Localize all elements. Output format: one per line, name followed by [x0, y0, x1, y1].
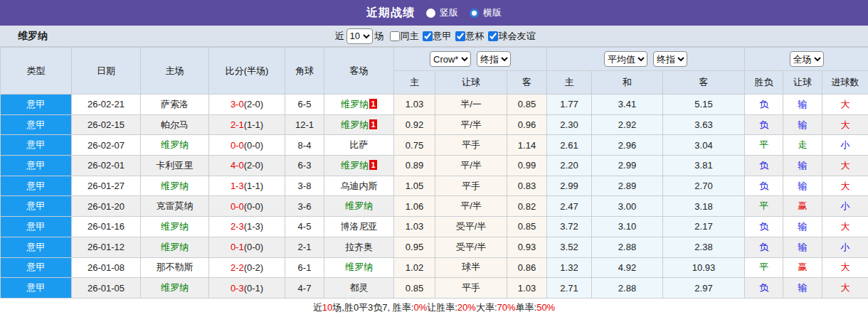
away-team-cell: 比萨 — [324, 135, 394, 156]
recent-results-panel: 近期战绩 竖版 横版 维罗纳 近 10 场 同主意甲意杯球会友谊 类型 — [0, 0, 868, 317]
outcome-value: 走 — [798, 139, 808, 150]
odds-away-cell: 1.03 — [507, 278, 547, 299]
avg-home-cell: 3.72 — [547, 217, 592, 237]
match-scope-select[interactable]: 全场 — [790, 51, 824, 67]
away-team-name: 维罗纳 — [341, 119, 369, 130]
avg-draw-cell: 4.92 — [592, 257, 663, 278]
avg-home-cell: 2.20 — [547, 156, 592, 176]
outcome-value: 赢 — [798, 200, 808, 211]
checkbox-icon[interactable] — [455, 31, 465, 41]
score-half: (1-3) — [244, 221, 263, 232]
avg-home-value: 1.32 — [560, 262, 578, 273]
home-team-cell: 维罗纳 — [141, 237, 209, 257]
radio-horizontal-layout[interactable]: 横版 — [470, 6, 502, 19]
odds-away-value: 0.85 — [518, 221, 536, 232]
date-label: 26-01-16 — [88, 221, 125, 232]
home-team-cell: 萨索洛 — [141, 95, 209, 115]
average-stage-select[interactable]: 终指 — [653, 51, 687, 67]
odds-handicap-value: 平/半 — [460, 160, 482, 171]
filter-checkbox-3[interactable]: 球会友谊 — [488, 30, 536, 43]
league-label: 意甲 — [27, 181, 46, 191]
away-team-name: 比萨 — [350, 139, 369, 150]
radio-unselected-icon[interactable] — [470, 9, 479, 18]
league-label: 意甲 — [27, 221, 46, 232]
outcome-handicap-cell: 输 — [783, 114, 822, 135]
radio-vertical-layout[interactable]: 竖版 — [426, 6, 458, 19]
score-half: (0-0) — [244, 201, 263, 212]
col-header-odds-handicap: 让球 — [435, 71, 507, 95]
odds-handicap-value: 平手 — [462, 282, 480, 293]
league-cell: 意甲 — [1, 257, 72, 278]
average-group-header: 平均值 终指 — [547, 48, 745, 71]
avg-home-value: 2.71 — [560, 283, 578, 294]
filter-controls: 近 10 场 同主意甲意杯球会友谊 — [333, 28, 536, 44]
odds-away-cell: 0.96 — [507, 114, 547, 135]
avg-away-cell: 3.04 — [663, 135, 745, 156]
outcome-value: 平 — [759, 200, 768, 211]
corners-value: 6-1 — [298, 262, 312, 273]
col-header-odds-home: 主 — [394, 71, 435, 95]
score-cell: 4-0(2-0) — [209, 156, 285, 176]
odds-handicap-value: 平手 — [462, 181, 480, 191]
odds-home-cell: 0.95 — [394, 237, 435, 257]
score-full: 3-0 — [231, 99, 244, 109]
odds-home-value: 0.89 — [406, 160, 423, 171]
odds-handicap-cell: 平手 — [435, 278, 507, 299]
checkbox-icon[interactable] — [390, 31, 400, 41]
outcome-value: 负 — [759, 99, 768, 109]
league-cell: 意甲 — [1, 278, 72, 299]
home-team-cell: 维罗纳 — [141, 135, 209, 156]
avg-draw-cell: 2.89 — [592, 176, 663, 196]
table-row: 意甲26-01-16维罗纳2-3(1-3)4-5博洛尼亚1.03受平/半0.85… — [1, 217, 868, 237]
corners-cell: 12-1 — [285, 114, 324, 135]
odds-home-cell: 1.03 — [394, 95, 435, 115]
filter-checkbox-2[interactable]: 意杯 — [455, 30, 485, 43]
filter-checkbox-0[interactable]: 同主 — [390, 30, 419, 43]
avg-away-value: 3.63 — [694, 119, 712, 130]
home-team-name: 维罗纳 — [161, 221, 189, 232]
checkbox-icon[interactable] — [423, 31, 433, 41]
summary-segment: 10 — [322, 302, 332, 313]
date-cell: 26-02-15 — [72, 114, 141, 135]
league-cell: 意甲 — [1, 196, 72, 217]
matches-count-select[interactable]: 10 — [346, 28, 373, 44]
score-full: 4-0 — [231, 160, 244, 171]
avg-away-value: 10.93 — [692, 262, 716, 273]
summary-footer: 近10场,胜0平3负7, 胜率:0% 让胜率:20% 大率:70% 单率:50% — [0, 299, 868, 317]
score-half: (2-0) — [244, 160, 263, 171]
away-team-cell: 博洛尼亚 — [324, 217, 394, 237]
average-select[interactable]: 平均值 — [604, 51, 647, 67]
league-label: 意甲 — [27, 119, 46, 130]
checkbox-label: 意甲 — [433, 30, 452, 43]
odds-handicap-cell: 平/半 — [435, 156, 507, 176]
summary-segment: 50% — [536, 302, 555, 313]
outcome-value: 平 — [759, 262, 768, 272]
odds-handicap-value: 半/一 — [460, 99, 482, 109]
summary-segment: 70% — [497, 302, 516, 313]
avg-home-cell: 2.47 — [547, 196, 592, 217]
outcome-value: 输 — [798, 221, 808, 232]
odds-home-value: 0.92 — [406, 119, 423, 130]
checkbox-label: 同主 — [401, 30, 419, 43]
league-cell: 意甲 — [1, 237, 72, 257]
page-title: 近期战绩 — [366, 6, 415, 21]
table-header: 类型 日期 主场 比分(半场) 角球 客场 Crow* 终指 平均值 终指 — [1, 48, 868, 95]
radio-selected-icon[interactable] — [426, 9, 435, 18]
corners-value: 3-8 — [298, 181, 312, 191]
league-label: 意甲 — [27, 200, 46, 211]
avg-away-value: 3.04 — [694, 140, 712, 151]
avg-home-value: 3.52 — [560, 242, 578, 252]
league-label: 意甲 — [27, 282, 46, 293]
home-team-cell: 卡利亚里 — [141, 156, 209, 176]
bookmaker-stage-select[interactable]: 终指 — [477, 51, 511, 67]
avg-away-value: 2.97 — [694, 283, 712, 294]
table-row: 意甲26-01-05维罗纳0-3(0-1)4-7都灵0.85平手1.032.71… — [1, 278, 868, 299]
col-header-odds-away: 客 — [507, 71, 547, 95]
corners-value: 4-7 — [298, 283, 312, 294]
outcome-goals-cell: 大 — [822, 278, 868, 299]
avg-draw-value: 2.96 — [618, 140, 636, 151]
bookmaker-select[interactable]: Crow* — [430, 51, 471, 67]
checkbox-icon[interactable] — [488, 31, 498, 41]
avg-away-cell: 3.18 — [663, 196, 745, 217]
filter-checkbox-1[interactable]: 意甲 — [423, 30, 452, 43]
